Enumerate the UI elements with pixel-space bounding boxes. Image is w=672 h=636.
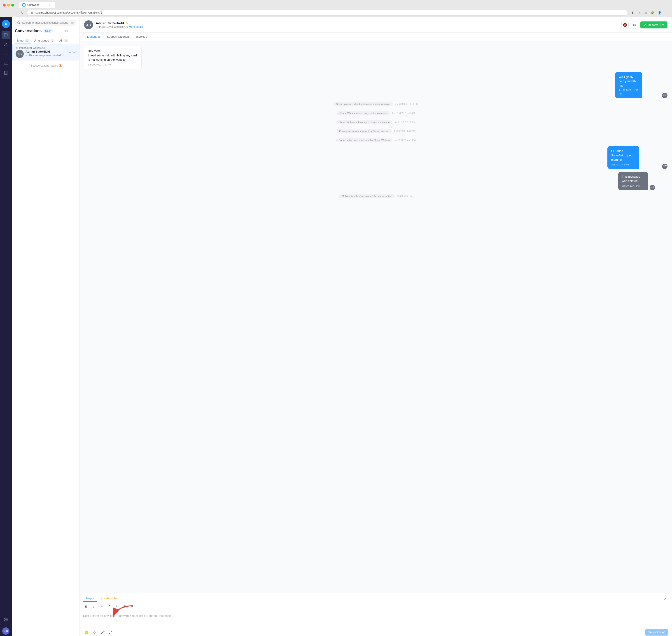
link-button[interactable]: 🔗 <box>121 603 127 609</box>
svg-point-3 <box>5 43 6 44</box>
attachment-button[interactable]: 📎 <box>91 629 98 636</box>
tab-support-calendar[interactable]: Support Calendar <box>104 33 133 41</box>
tab-title: Chatwoot <box>27 3 39 6</box>
message-more-button[interactable]: ⋯ <box>182 47 186 52</box>
sidebar-title: Conversations <box>15 29 41 33</box>
bookmark-icon[interactable]: ☆ <box>643 10 649 16</box>
send-button[interactable]: Send (⌘ + ↵) <box>645 629 668 636</box>
message-more-button[interactable]: ⋯ <box>602 148 606 152</box>
reply-tab[interactable]: Reply <box>83 595 97 602</box>
message-text: Hey there,I need some help with billing,… <box>88 49 138 62</box>
sidebar-header: Search for messages in conversations ⌘/ … <box>12 17 79 36</box>
reply-tabs: Reply Private Note ⤢ <box>79 593 672 602</box>
tab-invoices[interactable]: Invoices <box>133 33 150 41</box>
sidebar-item-library[interactable] <box>2 68 10 77</box>
conv-time: 1y • 1h <box>69 50 76 53</box>
icon-nav: C SW <box>0 17 12 636</box>
warning-icon: ⚠ <box>125 21 128 25</box>
svg-point-12 <box>96 26 98 28</box>
resolve-button[interactable]: ✓ Resolve ▾ <box>640 21 668 28</box>
expand-icon[interactable]: ⤢ <box>662 595 668 602</box>
system-time: Jun 20 2022, 11:54 PM <box>395 103 418 105</box>
sort-button[interactable]: ↕ <box>70 28 76 34</box>
emoji-button[interactable]: 🙂 <box>83 629 90 636</box>
sidebar-item-contacts[interactable] <box>2 40 10 49</box>
quote-button[interactable]: ❝❞ <box>106 603 112 609</box>
system-time: Jul 13 2022, 1:03 PM <box>394 121 416 123</box>
expand-button[interactable]: ⤢ <box>662 595 668 602</box>
code-button[interactable]: </> <box>98 603 104 609</box>
ordered-list-button[interactable]: ⋮ <box>137 603 143 609</box>
audio-button[interactable]: 🎤 <box>99 629 106 636</box>
reply-left-actions: 🙂 📎 🎤 <box>83 629 114 636</box>
profile-icon[interactable]: 👤 <box>657 10 663 16</box>
download-icon[interactable]: ⬇ <box>630 10 635 16</box>
tab-unassigned[interactable]: Unassigned 1 <box>32 38 57 44</box>
system-message: Shane Watson self-assigned this conversa… <box>84 120 668 124</box>
refresh-button[interactable]: ↻ <box>19 9 25 16</box>
system-message: Muhsin Keloth self-assigned this convers… <box>84 194 668 198</box>
conv-header: AS Adrian Satterfield ⚠ PaperLayer Websi… <box>79 17 672 33</box>
sidebar-item-settings[interactable] <box>2 615 10 624</box>
list-button[interactable]: ≡ <box>129 603 135 609</box>
app-logo[interactable]: C <box>2 20 10 28</box>
italic-button[interactable]: I <box>91 603 97 609</box>
blockquote-button[interactable]: ❝ <box>114 603 120 609</box>
back-button[interactable]: ‹ <box>3 9 9 16</box>
message-time: Jun 20 2022, 10:10 PM <box>88 63 138 66</box>
reply-right-actions: Send (⌘ + ↵) <box>645 629 668 636</box>
conversation-list: PaperLayer Website Os AS Adrian Satterfi… <box>12 44 79 636</box>
contact-avatar: AS <box>84 20 93 29</box>
mute-button[interactable]: 🔇 <box>621 21 629 28</box>
sidebar-title-actions: ⊟ ↕ <box>63 28 76 34</box>
extensions-icon[interactable]: 🧩 <box>650 10 656 16</box>
fullscreen-traffic-light[interactable] <box>11 4 14 6</box>
close-traffic-light[interactable] <box>3 4 6 6</box>
conversations-sidebar: Search for messages in conversations ⌘/ … <box>12 17 79 636</box>
system-time: Aug 8, 7:36 PM <box>397 195 412 197</box>
tab-mine[interactable]: Mine 1 <box>15 38 32 44</box>
message-text: This message was deleted <box>622 175 644 183</box>
bold-button[interactable]: B <box>83 603 89 609</box>
conv-header-info: Adrian Satterfield ⚠ PaperLayer Website … <box>96 21 143 28</box>
tab-messages[interactable]: Messages <box>84 33 104 41</box>
search-shortcut: ⌘/ <box>71 21 74 24</box>
sidebar-item-reports[interactable] <box>2 49 10 58</box>
user-avatar[interactable]: SW <box>2 628 9 635</box>
message-time: Jun 20 2022, 11:53 PM <box>619 89 638 96</box>
open-badge: Open <box>43 29 53 33</box>
more-details-link[interactable]: More details <box>129 25 143 28</box>
rich-text-button[interactable] <box>108 629 114 636</box>
tab-close-button[interactable]: ✕ <box>48 3 51 6</box>
conv-source: PaperLayer Website Os <box>16 46 76 49</box>
sidebar-item-conversations[interactable] <box>2 31 10 39</box>
tab-favicon <box>22 3 25 6</box>
send-email-button[interactable]: ✉ <box>631 21 638 28</box>
reply-input-area[interactable]: Shift + enter for new line. Start with '… <box>79 611 672 627</box>
system-text: Conversation was snoozed by Shane Watson <box>337 129 392 133</box>
resolve-caret[interactable]: ▾ <box>660 23 664 27</box>
svg-text:C: C <box>5 23 7 25</box>
system-message: Shane Watson added billing-query, ops-ha… <box>84 102 668 106</box>
private-note-tab[interactable]: Private Note <box>97 595 120 602</box>
sidebar-item-notifications[interactable] <box>2 59 10 68</box>
share-icon[interactable]: ↑ <box>636 10 642 16</box>
reply-toolbar: B I </> ❝❞ ❝ 🔗 ≡ ⋮ <box>79 602 672 611</box>
system-text: Shane Watson added bugs, delivery-issues <box>337 111 390 115</box>
filter-button[interactable]: ⊟ <box>63 28 69 34</box>
conv-content: Adrian Satterfield 1y • 1h ↩ This messag… <box>25 50 76 57</box>
forward-button[interactable]: › <box>11 9 17 16</box>
traffic-lights <box>3 4 14 6</box>
message-with-avatar: This message was deleted Jan 30, 12:47 P… <box>618 172 668 190</box>
address-bar[interactable]: 🔒 staging.chatwoot.com/app/accounts/47/c… <box>27 10 628 16</box>
message-bubble: Hey there,I need some help with billing,… <box>84 46 141 69</box>
menu-icon[interactable]: ⋮ <box>664 10 669 16</box>
new-tab-button[interactable]: + <box>55 2 61 8</box>
search-bar[interactable]: Search for messages in conversations ⌘/ <box>15 20 76 26</box>
system-time: Jul 26 2022, 4:41 PM <box>394 130 415 133</box>
minimize-traffic-light[interactable] <box>7 4 10 6</box>
active-tab[interactable]: Chatwoot ✕ <box>19 2 55 8</box>
conversation-item[interactable]: PaperLayer Website Os AS Adrian Satterfi… <box>12 44 79 60</box>
tab-all[interactable]: All 8 <box>57 38 70 44</box>
message-more-button[interactable]: ⋯ <box>610 74 613 78</box>
